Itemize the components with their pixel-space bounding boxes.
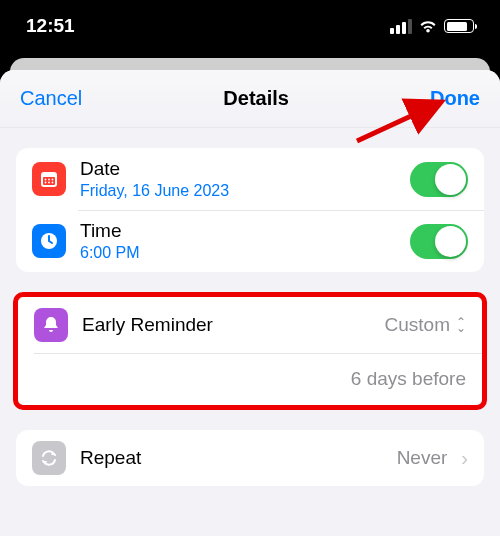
bell-icon <box>34 308 68 342</box>
page-title: Details <box>223 87 289 110</box>
calendar-icon <box>32 162 66 196</box>
repeat-icon <box>32 441 66 475</box>
done-button[interactable]: Done <box>430 87 480 110</box>
highlight-annotation: Early Reminder Custom ⌃⌄ 6 days before <box>13 292 487 410</box>
svg-point-4 <box>52 179 54 181</box>
early-reminder-detail: 6 days before <box>351 368 466 390</box>
status-time: 12:51 <box>26 15 75 37</box>
svg-rect-1 <box>43 177 55 185</box>
date-label: Date <box>80 158 396 180</box>
svg-point-2 <box>45 179 47 181</box>
wifi-icon <box>418 19 438 34</box>
repeat-row[interactable]: Repeat Never › <box>16 430 484 486</box>
clock-icon <box>32 224 66 258</box>
early-reminder-group: Early Reminder Custom ⌃⌄ 6 days before <box>18 297 482 405</box>
status-indicators <box>390 19 474 34</box>
time-label: Time <box>80 220 396 242</box>
chevron-right-icon: › <box>461 447 468 470</box>
time-toggle[interactable] <box>410 224 468 259</box>
date-time-group: Date Friday, 16 June 2023 Time 6:00 PM <box>16 148 484 272</box>
early-reminder-row[interactable]: Early Reminder Custom ⌃⌄ <box>18 297 482 353</box>
svg-point-5 <box>45 182 47 184</box>
stepper-icon: ⌃⌄ <box>456 319 466 331</box>
date-value: Friday, 16 June 2023 <box>80 182 396 200</box>
status-bar: 12:51 <box>0 0 500 52</box>
cancel-button[interactable]: Cancel <box>20 87 82 110</box>
battery-icon <box>444 19 474 33</box>
early-reminder-value: Custom ⌃⌄ <box>385 314 466 336</box>
repeat-label: Repeat <box>80 447 383 469</box>
early-reminder-detail-row: 6 days before <box>18 353 482 405</box>
details-modal: Cancel Details Done Date Friday, 16 June… <box>0 70 500 536</box>
date-row[interactable]: Date Friday, 16 June 2023 <box>16 148 484 210</box>
svg-point-7 <box>52 182 54 184</box>
nav-bar: Cancel Details Done <box>0 70 500 128</box>
content-area: Date Friday, 16 June 2023 Time 6:00 PM <box>0 128 500 526</box>
time-value: 6:00 PM <box>80 244 396 262</box>
date-toggle[interactable] <box>410 162 468 197</box>
time-row[interactable]: Time 6:00 PM <box>16 210 484 272</box>
repeat-group: Repeat Never › <box>16 430 484 486</box>
svg-point-6 <box>48 182 50 184</box>
signal-icon <box>390 19 412 34</box>
repeat-value: Never <box>397 447 448 469</box>
early-reminder-label: Early Reminder <box>82 314 371 336</box>
svg-point-3 <box>48 179 50 181</box>
